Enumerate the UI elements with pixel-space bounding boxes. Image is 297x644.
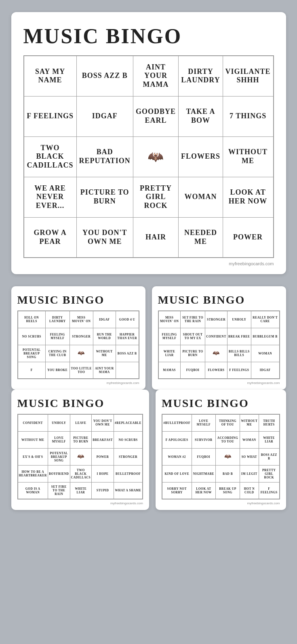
- bingo-cell: MISS MOVIN' ON: [158, 311, 181, 328]
- bingo-cell: LOVE MYSELF: [48, 431, 70, 448]
- bingo-cell: STRONGER: [70, 328, 93, 345]
- bingo-cell: BOSS AZZ B: [76, 56, 133, 96]
- card4-grid: CONFIDENTUNHOLYLEAVEYOU DON'T OWN ME#REP…: [17, 414, 143, 499]
- bingo-cell: GOODBYE EARL: [133, 96, 179, 136]
- bingo-cell: FLOWERS: [205, 362, 227, 379]
- bingo-cell: FLOWERS: [179, 136, 223, 177]
- bingo-cell: 7 THINGS: [223, 96, 273, 136]
- card4-title: MUSIC BINGO: [17, 397, 143, 410]
- bingo-cell: KIND OF LOVE: [162, 465, 192, 482]
- bingo-cell: #REPLACEABLE: [114, 414, 143, 431]
- bingo-cell: GOD IS A WOMAN: [18, 482, 48, 499]
- bingo-cell: BOSS AZZ B: [259, 448, 280, 465]
- bingo-cell: IDGAF: [93, 311, 116, 328]
- bingo-cell: NEEDED ME: [179, 217, 223, 258]
- bingo-cell: PICTURE TO BURN: [70, 431, 92, 448]
- bingo-cell: SET FIRE TO THE RAIN: [180, 311, 205, 328]
- card5: MUSIC BINGO #BULLETPROOFLOVE MYSELFTHINK…: [156, 390, 286, 510]
- card2-watermark: myfreebingocards.com: [17, 381, 139, 385]
- bingo-cell: I HOPE: [92, 465, 114, 482]
- bingo-cell: TOO LITTLE TOO: [70, 362, 93, 379]
- bingo-cell: 🦇: [216, 448, 240, 465]
- bingo-cell: TAKE A BOW: [179, 96, 223, 136]
- bingo-cell: WITHOUT ME: [93, 345, 116, 362]
- bingo-cell: MAMAS: [158, 362, 181, 379]
- bingo-cell: F APOLOGIES: [162, 431, 192, 448]
- bingo-cell: UNHOLY: [227, 311, 251, 328]
- bingo-cell: 🦇: [70, 345, 93, 362]
- bingo-cell: 🦇: [133, 136, 179, 177]
- bingo-cell: BREAK UP SONG: [216, 482, 240, 499]
- bingo-cell: SHOUT OUT TO MY EX: [180, 328, 205, 345]
- bottom-left-col: MUSIC BINGO CONFIDENTUNHOLYLEAVEYOU DON'…: [11, 390, 150, 510]
- bingo-cell: BOSS AZZ B: [116, 345, 139, 362]
- bingo-cell: ACCORDING TO YOU: [216, 431, 240, 448]
- bingo-cell: WOMAN #2: [162, 448, 192, 465]
- bingo-cell: #BULLETPROOF: [162, 414, 192, 431]
- bingo-cell: RUN THE WORLD: [93, 328, 116, 345]
- bingo-cell: STRONGER: [205, 311, 227, 328]
- bingo-cell: WE ARE NEVER EVER...: [24, 177, 77, 217]
- bingo-cell: CONFIDENT: [18, 414, 48, 431]
- bingo-cell: HOT N COLD: [240, 482, 259, 499]
- card4-watermark: myfreebingocards.com: [17, 501, 143, 505]
- bingo-cell: BOYFRIEND: [48, 465, 70, 482]
- bingo-cell: DIRTY LAUNDRY: [45, 311, 70, 328]
- bingo-cell: IDGAF: [76, 96, 133, 136]
- bingo-cell: FEELING MYSELF: [45, 328, 70, 345]
- mid-right-col: MUSIC BINGO MISS MOVIN' ONSET FIRE TO TH…: [152, 286, 286, 390]
- bingo-cell: DIRTY LAUNDRY: [179, 56, 223, 96]
- card5-title: MUSIC BINGO: [162, 397, 280, 410]
- main-card: MUSIC BINGO SAY MY NAMEBOSS AZZ BAINT YO…: [11, 12, 286, 274]
- bingo-cell: POTENTAL BREAKUP SONG: [48, 448, 70, 465]
- bingo-cell: IM LEGIT: [240, 465, 259, 482]
- bingo-cell: UNHOLY: [48, 414, 70, 431]
- card2-grid: H3LL ON HEELSDIRTY LAUNDRYMISS MOVIN' ON…: [17, 310, 139, 379]
- bingo-cell: NO SCRUBS: [114, 431, 143, 448]
- bingo-cell: LOOK AT HER NOW: [223, 177, 273, 217]
- bingo-cell: WHAT A SHAME: [114, 482, 143, 499]
- bingo-cell: VIGILANTE SHHH: [223, 56, 273, 96]
- bingo-cell: CONFIDENT: [205, 328, 227, 345]
- bingo-cell: TWO BLACK CADILLACS: [70, 465, 92, 482]
- bingo-cell: WITHOUT ME: [223, 136, 273, 177]
- card2-title: MUSIC BINGO: [17, 294, 139, 306]
- card4: MUSIC BINGO CONFIDENTUNHOLYLEAVEYOU DON'…: [11, 390, 150, 510]
- main-bingo-grid: SAY MY NAMEBOSS AZZ BAINT YOUR MAMADIRTY…: [23, 55, 274, 258]
- bottom-right-col: MUSIC BINGO #BULLETPROOFLOVE MYSELFTHINK…: [156, 390, 286, 510]
- bingo-cell: YOU DON'T OWN ME: [92, 414, 114, 431]
- bingo-cell: PICTURE TO BURN: [76, 177, 133, 217]
- bingo-cell: F: [18, 362, 46, 379]
- bingo-cell: SAY MY NAME: [24, 56, 77, 96]
- bingo-cell: WITHOUT ME: [18, 431, 48, 448]
- bingo-cell: F FEELINGS: [24, 96, 77, 136]
- bingo-cell: POTENTAL BREAKUP SONG: [18, 345, 46, 362]
- bingo-cell: AINT YOUR MAMA: [93, 362, 116, 379]
- main-watermark: myfreebingocards.com: [23, 261, 274, 266]
- bingo-cell: SO WHAT: [240, 448, 259, 465]
- bingo-cell: LOVE MYSELF: [192, 414, 216, 431]
- bingo-cell: LEAVE: [70, 414, 92, 431]
- bingo-cell: HAIR: [133, 217, 179, 258]
- bingo-cell: WHITE LIAR: [70, 482, 92, 499]
- bingo-cell: WOMAN: [240, 431, 259, 448]
- bingo-cell: FUQBOI: [192, 448, 216, 465]
- bingo-cell: F FEELINGS: [227, 362, 251, 379]
- bingo-cell: WOMAN: [179, 177, 223, 217]
- bingo-cell: 🦇: [205, 345, 227, 362]
- bingo-cell: POWER: [223, 217, 273, 258]
- bingo-cell: SORRY NOT SORRY: [162, 482, 192, 499]
- bingo-cell: 🦇: [70, 448, 92, 465]
- bingo-cell: BUBBLEGUM B: [251, 328, 279, 345]
- bingo-cell: BAD REPUTATION: [76, 136, 133, 177]
- bingo-cell: PICTURE TO BURN: [180, 345, 205, 362]
- bingo-cell: PRETTY GIRL ROCK: [259, 465, 280, 482]
- bingo-cell: HAPPIER THAN EVER: [116, 328, 139, 345]
- card5-grid: #BULLETPROOFLOVE MYSELFTHINKING OF YOUWI…: [162, 414, 280, 499]
- mid-row: MUSIC BINGO H3LL ON HEELSDIRTY LAUNDRYMI…: [11, 286, 286, 390]
- bingo-cell: MISS MOVIN' ON: [70, 311, 93, 328]
- bingo-cell: WHITE LIAR: [259, 431, 280, 448]
- card5-watermark: myfreebingocards.com: [162, 501, 280, 505]
- bingo-cell: YOU DON'T OWN ME: [76, 217, 133, 258]
- bingo-cell: NO SCRUBS: [18, 328, 46, 345]
